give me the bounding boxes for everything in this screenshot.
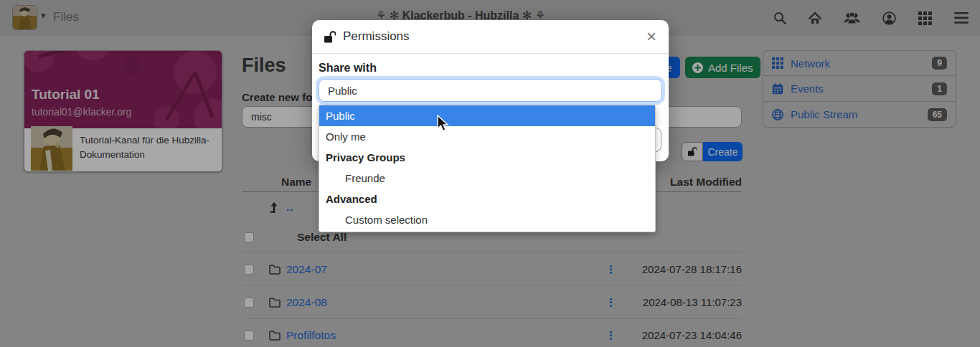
dropdown-option-public[interactable]: Public (319, 105, 655, 126)
permissions-modal: Permissions × Share with Public Only me … (312, 20, 669, 161)
share-with-dropdown: Public Only me Privacy Groups Freunde Ad… (319, 105, 656, 232)
dropdown-option-custom-selection[interactable]: Custom selection (319, 209, 655, 230)
share-with-label: Share with (319, 62, 377, 75)
modal-header: Permissions × (312, 20, 669, 54)
dropdown-option-freunde[interactable]: Freunde (319, 168, 655, 189)
dropdown-option-only-me[interactable]: Only me (319, 126, 655, 147)
close-icon[interactable]: × (646, 28, 656, 45)
dropdown-header-privacy-groups: Privacy Groups (319, 147, 655, 168)
modal-title: Permissions (343, 29, 410, 44)
mouse-cursor (436, 115, 451, 136)
lock-open-icon (324, 31, 336, 43)
share-with-input[interactable] (319, 79, 662, 102)
dropdown-header-advanced: Advanced (319, 189, 655, 209)
